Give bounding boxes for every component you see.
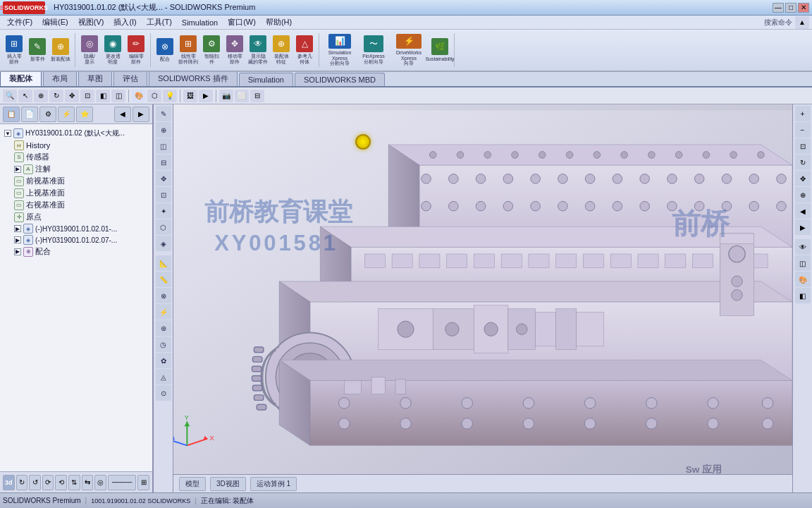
right-tool-zoom-out[interactable]: − [795, 122, 811, 138]
tree-item-mates[interactable]: ▶ ⊕ 配合 [13, 246, 149, 258]
tree-item-top-plane[interactable]: ▭ 上视基准面 [13, 187, 149, 199]
sidebar-nav-fwd[interactable]: ▶ [133, 107, 149, 122]
tree-item-right-plane[interactable]: ▭ 右视基准面 [13, 199, 149, 211]
tool-simulationxpress[interactable]: 📊 SimulationXpress分析向导 [322, 33, 357, 67]
tool-hide-show[interactable]: ◎ 隐藏/显示 [78, 33, 101, 67]
left-tool-14[interactable]: ⊛ [156, 320, 171, 336]
view-scene-btn[interactable]: ⬡ [147, 90, 161, 102]
left-tool-7[interactable]: ✦ [156, 203, 171, 219]
sidebar-tab-driveworks[interactable]: ⚡ [58, 107, 75, 122]
tool-new-part[interactable]: ✎ 新零件 [26, 33, 49, 67]
vbp-3dview-tab[interactable]: 3D视图 [210, 477, 246, 491]
left-tool-3[interactable]: ◫ [156, 138, 171, 154]
view-orient-btn[interactable]: ⊡ [80, 90, 94, 102]
sidebar-spin-btn1[interactable]: ↻ [16, 475, 28, 490]
tree-expand-sub1[interactable]: ▶ [14, 225, 21, 232]
tab-assembly[interactable]: 装配体 [0, 71, 42, 86]
sidebar-spin-btn5[interactable]: ⇅ [68, 475, 80, 490]
right-tool-zoom-in[interactable]: + [795, 106, 811, 121]
right-tool-view-orient[interactable]: ⊕ [795, 187, 811, 202]
left-tool-9[interactable]: ◈ [156, 236, 171, 251]
tab-simulation[interactable]: Simulation [239, 73, 293, 86]
sidebar-nav-back[interactable]: ◀ [114, 107, 131, 122]
sidebar-spin-btn3[interactable]: ⟳ [42, 475, 54, 490]
menu-help[interactable]: 帮助(H) [262, 16, 296, 28]
left-tool-6[interactable]: ⊡ [156, 187, 171, 202]
tool-move-component[interactable]: ✥ 移动零部件 [223, 33, 246, 67]
left-tool-2[interactable]: ⊕ [156, 122, 171, 138]
viewport[interactable]: X Y Z 前桥教育课堂 XY001581 前桥 Sw 应用 [173, 104, 792, 492]
sidebar-tab-feature-manager[interactable]: 📋 [3, 107, 20, 122]
tool-assembly-features[interactable]: ⊕ 装配体特征 [270, 33, 293, 67]
view-zoom-btn[interactable]: ⊕ [34, 90, 48, 102]
left-tool-5[interactable]: ✥ [156, 171, 171, 186]
sidebar-tab-property-manager[interactable]: 📄 [21, 107, 38, 122]
tool-change-transparency[interactable]: ◉ 更改透明度 [102, 33, 124, 67]
right-tool-section[interactable]: ◧ [795, 288, 811, 303]
tree-root-assembly[interactable]: ▼ ◈ HY0319001.01.02 (默认<大规... [3, 127, 149, 140]
sidebar-tab-favorites[interactable]: ⭐ [76, 107, 93, 122]
tree-expand-annotations[interactable]: ▶ [14, 166, 21, 173]
tree-item-sensors[interactable]: S 传感器 [13, 151, 149, 163]
tree-item-front-plane[interactable]: ▭ 前视基准面 [13, 175, 149, 187]
tree-item-sub1[interactable]: ▶ ◈ (-)HY0319001.01.02.01-... [13, 223, 149, 234]
left-tool-1[interactable]: ✎ [156, 106, 171, 121]
left-tool-15[interactable]: ◷ [156, 337, 171, 352]
menu-window[interactable]: 窗口(W) [223, 16, 260, 28]
tool-edit-component[interactable]: ✏ 编辑零部件 [125, 33, 147, 67]
sidebar-spin-btn2[interactable]: ↺ [29, 475, 41, 490]
title-controls[interactable]: — □ ✕ [773, 3, 809, 13]
vbp-model-tab[interactable]: 模型 [179, 477, 206, 491]
right-tool-rotate[interactable]: ↻ [795, 155, 811, 170]
tool-insert-component[interactable]: ⊞ 插入零部件 [3, 33, 25, 67]
tool-flowxpress[interactable]: 〜 FloXpress分析向导 [358, 33, 389, 67]
right-tool-zoom-fit[interactable]: ⊡ [795, 138, 811, 154]
left-tool-4[interactable]: ⊟ [156, 155, 171, 170]
left-tool-18[interactable]: ⊙ [156, 385, 171, 401]
view-appearance-btn[interactable]: 🖼 [183, 90, 197, 102]
tree-item-history[interactable]: H History [13, 140, 149, 151]
tool-sustainability[interactable]: 🌿 Sustainability [429, 33, 451, 67]
menu-insert[interactable]: 插入(I) [109, 16, 140, 28]
left-tool-17[interactable]: ◬ [156, 369, 171, 385]
minimize-ribbon-btn[interactable]: ▲ [795, 16, 809, 29]
sidebar-zoom-slider[interactable]: ──── [108, 475, 137, 490]
tab-sw-mbd[interactable]: SOLIDWORKS MBD [295, 73, 385, 86]
tree-expand-sub2[interactable]: ▶ [14, 236, 21, 243]
view-more-btn[interactable]: ▶ [199, 90, 213, 102]
sidebar-3d-btn[interactable]: 3d [3, 475, 15, 490]
menu-tools[interactable]: 工具(T) [142, 16, 176, 28]
sidebar-spin-btn8[interactable]: ⊞ [137, 475, 149, 490]
tab-layout[interactable]: 布局 [43, 71, 77, 86]
right-tool-next-view[interactable]: ▶ [795, 219, 811, 235]
maximize-button[interactable]: □ [785, 3, 796, 13]
view-bg-btn[interactable]: ⊟ [250, 90, 264, 102]
view-rotate-btn[interactable]: ↻ [49, 90, 63, 102]
sidebar-spin-btn4[interactable]: ⟲ [55, 475, 67, 490]
left-tool-10[interactable]: 📐 [156, 255, 171, 271]
tool-driveworksxpress[interactable]: ⚡ DriveWorksXpress向导 [390, 33, 428, 67]
right-tool-appearance[interactable]: 🎨 [795, 272, 811, 287]
tool-assembly[interactable]: ⊕ 新装配体 [49, 33, 72, 67]
close-button[interactable]: ✕ [798, 3, 809, 13]
view-display2-btn[interactable]: ⬜ [235, 90, 249, 102]
view-camera-btn[interactable]: 📷 [219, 90, 233, 102]
menu-simulation[interactable]: Simulation [178, 18, 222, 28]
view-render-btn[interactable]: 🎨 [132, 90, 146, 102]
tool-linear-pattern[interactable]: ⊞ 线性零部件阵列 [177, 33, 199, 67]
right-tool-display-state[interactable]: ◫ [795, 255, 811, 271]
tool-smart-fastener[interactable]: ⚙ 智能扣件 [200, 33, 223, 67]
tree-item-sub2[interactable]: ▶ ◈ (-)HY0319001.01.02.07-... [13, 234, 149, 246]
left-tool-12[interactable]: ⊗ [156, 288, 171, 303]
vbp-motion-tab[interactable]: 运动算例 1 [250, 477, 297, 491]
view-section-btn[interactable]: ◧ [96, 90, 110, 102]
tree-item-origin[interactable]: ✛ 原点 [13, 211, 149, 223]
sidebar-spin-btn7[interactable]: ◎ [94, 475, 106, 490]
sidebar-spin-btn6[interactable]: ⇆ [82, 475, 94, 490]
view-lights-btn[interactable]: 💡 [163, 90, 177, 102]
view-display-btn[interactable]: ◫ [111, 90, 125, 102]
minimize-button[interactable]: — [773, 3, 784, 13]
tool-ref-geometry[interactable]: △ 参考几何体 [293, 33, 316, 67]
tool-mate[interactable]: ⊗ 配合 [154, 33, 176, 67]
tab-sw-addins[interactable]: SOLIDWORKS 插件 [149, 71, 238, 86]
